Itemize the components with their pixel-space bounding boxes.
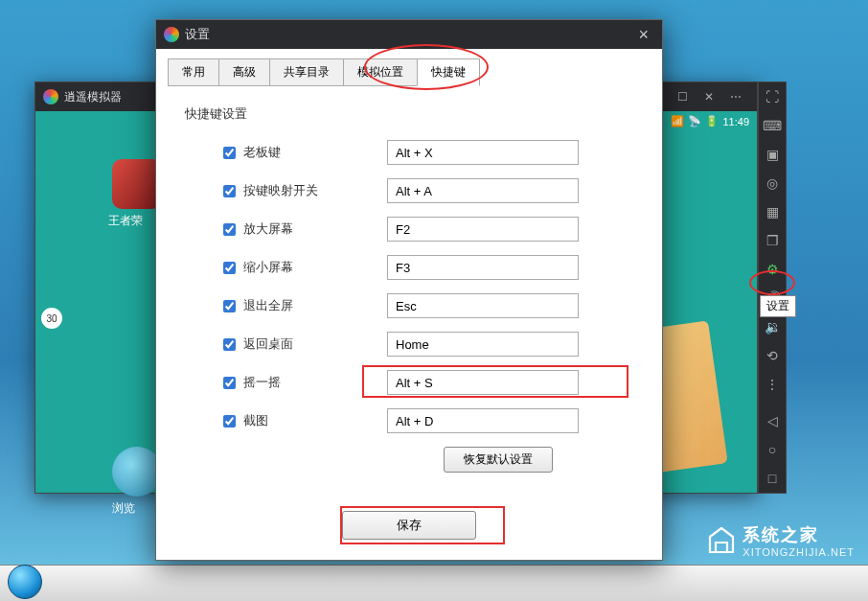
hotkey-label: 退出全屏 (243, 297, 387, 314)
hotkey-row-keymap-toggle: 按键映射开关 (185, 178, 633, 203)
hotkey-field[interactable] (387, 140, 579, 165)
watermark-title: 系统之家 (742, 523, 855, 546)
rotate-icon[interactable]: ⟲ (758, 341, 787, 370)
hotkey-row-shake: 摇一摇 (185, 370, 633, 395)
hotkey-label: 缩小屏幕 (243, 259, 387, 276)
save-button[interactable]: 保存 (342, 511, 476, 540)
hotkey-checkbox[interactable] (223, 415, 236, 428)
status-time: 11:49 (722, 116, 749, 127)
apps-icon[interactable]: ▦ (758, 197, 787, 226)
tab-shared-dir[interactable]: 共享目录 (269, 58, 344, 86)
settings-logo-icon (164, 27, 179, 42)
watermark: 系统之家 XITONGZHIJIA.NET (706, 523, 855, 558)
signal-icon: 📡 (688, 115, 701, 127)
gear-tooltip: 设置 (760, 295, 796, 317)
close-emulator-button[interactable]: ✕ (696, 87, 722, 106)
hotkey-checkbox[interactable] (223, 377, 236, 389)
recent-icon[interactable]: □ (758, 464, 787, 493)
hotkey-label: 按键映射开关 (243, 182, 387, 199)
hotkey-label: 摇一摇 (243, 374, 387, 391)
hotkey-label: 截图 (243, 412, 387, 429)
hotkey-field[interactable] (387, 370, 579, 395)
gear-icon[interactable]: ⚙ (758, 255, 787, 284)
emulator-title: 逍遥模拟器 (64, 89, 122, 105)
hotkey-row-zoom-out: 缩小屏幕 (185, 255, 633, 280)
hotkey-field[interactable] (387, 408, 579, 433)
hotkey-checkbox[interactable] (223, 223, 236, 236)
apk-icon[interactable]: ▣ (758, 140, 787, 169)
hotkey-row-zoom-in: 放大屏幕 (185, 217, 633, 242)
browser-app-label: 浏览 (112, 500, 135, 517)
android-status-bar: 📶 📡 🔋 11:49 (663, 111, 757, 131)
hotkey-checkbox[interactable] (223, 185, 236, 197)
tab-advanced[interactable]: 高级 (218, 58, 270, 86)
hotkey-field[interactable] (387, 217, 579, 242)
maximize-button[interactable]: ☐ (669, 87, 696, 106)
more-button[interactable]: ⋯ (722, 87, 749, 106)
hotkey-field[interactable] (387, 178, 579, 203)
taskbar[interactable] (0, 565, 868, 601)
start-button[interactable] (8, 565, 42, 599)
fullscreen-icon[interactable]: ⛶ (758, 82, 787, 111)
restore-defaults-button[interactable]: 恢复默认设置 (444, 447, 553, 473)
hotkey-checkbox[interactable] (223, 300, 236, 312)
keyboard-icon[interactable]: ⌨ (758, 111, 787, 140)
section-title: 快捷键设置 (185, 105, 633, 123)
hotkey-field[interactable] (387, 293, 579, 318)
hotkey-row-exit-fullscreen: 退出全屏 (185, 293, 633, 318)
location-icon[interactable]: ◎ (758, 169, 787, 197)
hotkey-label: 老板键 (243, 144, 387, 161)
battery-icon: 🔋 (705, 115, 719, 127)
more-tools-icon[interactable]: ⋮ (758, 370, 787, 399)
tab-common[interactable]: 常用 (168, 58, 219, 86)
hotkey-checkbox[interactable] (223, 147, 236, 159)
hotkey-row-screenshot: 截图 (185, 408, 633, 433)
multi-icon[interactable]: ❐ (758, 226, 787, 255)
close-settings-button[interactable]: × (632, 25, 654, 45)
hotkey-checkbox[interactable] (223, 262, 236, 274)
watermark-url: XITONGZHIJIA.NET (742, 546, 855, 558)
hotkey-row-boss-key: 老板键 (185, 140, 633, 165)
watermark-logo-icon (706, 525, 737, 556)
emulator-logo-icon (43, 89, 58, 104)
hotkey-checkbox[interactable] (223, 338, 236, 351)
hotkey-field[interactable] (387, 255, 579, 280)
game-app-label: 王者荣 (108, 213, 143, 229)
settings-body: 快捷键设置 老板键 按键映射开关 放大屏幕 缩小屏幕 退出全屏 (156, 86, 662, 559)
hotkey-label: 放大屏幕 (243, 220, 387, 238)
tabs-bar: 常用 高级 共享目录 模拟位置 快捷键 (156, 49, 662, 86)
tab-mock-location[interactable]: 模拟位置 (343, 58, 418, 86)
wifi-icon: 📶 (671, 115, 684, 127)
hotkey-row-back-to-home: 返回桌面 (185, 332, 633, 357)
hotkey-label: 返回桌面 (243, 335, 387, 353)
level-badge: 30 (41, 308, 62, 329)
settings-dialog: 设置 × 常用 高级 共享目录 模拟位置 快捷键 快捷键设置 老板键 按键映射开… (155, 19, 663, 561)
home-icon[interactable]: ○ (758, 435, 787, 464)
settings-title: 设置 (185, 26, 210, 43)
settings-titlebar: 设置 × (156, 20, 662, 49)
hotkey-field[interactable] (387, 332, 579, 357)
back-icon[interactable]: ◁ (758, 406, 787, 435)
side-toolbar: ⛶ ⌨ ▣ ◎ ▦ ❐ ⚙ 🔊 🔉 ⟲ ⋮ ◁ ○ □ (758, 81, 787, 494)
tab-hotkeys[interactable]: 快捷键 (417, 58, 480, 86)
